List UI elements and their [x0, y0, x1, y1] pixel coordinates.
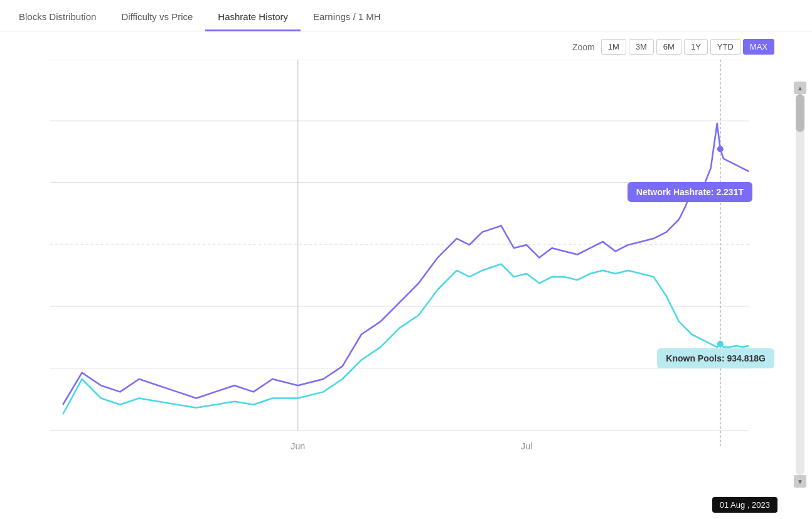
svg-text:Jun: Jun	[291, 441, 305, 451]
scroll-up-button[interactable]: ▲	[794, 82, 806, 94]
chart-wrapper: 0 500G 1T 1.5T 2T 2.5T 3T Jun Jul	[0, 60, 812, 519]
tab-earnings-1mh[interactable]: Earnings / 1 MH	[301, 4, 393, 31]
tab-blocks-distribution[interactable]: Blocks Distribution	[6, 4, 109, 31]
zoom-label: Zoom	[572, 42, 595, 52]
chart-svg: 0 500G 1T 1.5T 2T 2.5T 3T Jun Jul	[50, 60, 781, 494]
svg-point-18	[717, 146, 724, 152]
chart-area: Zoom 1M 3M 6M 1Y YTD MAX 0 500G 1T	[0, 31, 812, 519]
zoom-bar: Zoom 1M 3M 6M 1Y YTD MAX	[0, 31, 812, 60]
zoom-ytd-button[interactable]: YTD	[710, 39, 740, 55]
zoom-1m-button[interactable]: 1M	[601, 39, 626, 55]
tab-hashrate-history[interactable]: Hashrate History	[205, 4, 301, 31]
svg-text:Jul: Jul	[521, 441, 532, 451]
tab-difficulty-vs-price[interactable]: Difficulty vs Price	[109, 4, 205, 31]
tab-bar: Blocks Distribution Difficulty vs Price …	[0, 0, 812, 31]
scrollbar[interactable]: ▲ ▼	[794, 82, 806, 488]
scroll-down-button[interactable]: ▼	[794, 475, 806, 488]
date-label: 01 Aug , 2023	[712, 497, 777, 513]
scrollbar-track[interactable]	[796, 94, 804, 475]
zoom-1y-button[interactable]: 1Y	[684, 39, 708, 55]
app-container: Blocks Distribution Difficulty vs Price …	[0, 0, 812, 519]
zoom-6m-button[interactable]: 6M	[656, 39, 681, 55]
scrollbar-thumb[interactable]	[796, 94, 804, 132]
svg-point-19	[717, 341, 724, 347]
zoom-max-button[interactable]: MAX	[743, 39, 774, 55]
zoom-3m-button[interactable]: 3M	[629, 39, 654, 55]
